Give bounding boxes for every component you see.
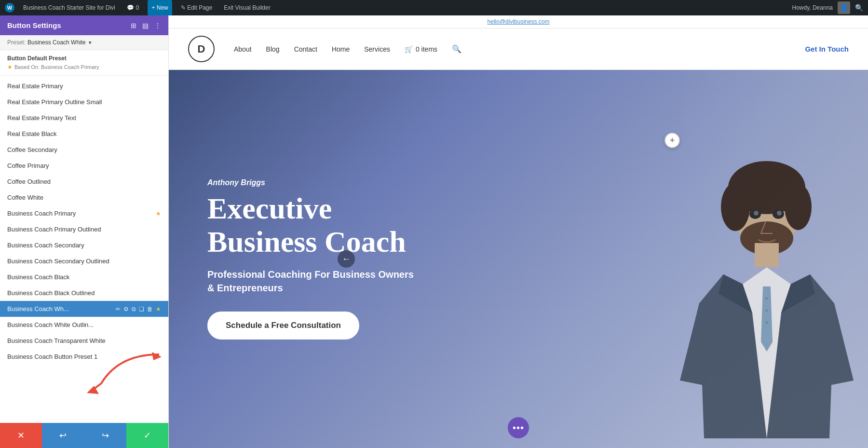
nav-home[interactable]: Home: [332, 45, 350, 53]
preset-item-bc-white[interactable]: Business Coach Wh... ✏ ⚙ ⧉ ❑ 🗑 ★: [0, 301, 168, 317]
comment-bubble-icon: 💬: [127, 4, 134, 11]
preset-item-bc-primary[interactable]: Business Coach Primary ★: [0, 205, 168, 221]
hero-cta-button[interactable]: Schedule a Free Consultation: [207, 312, 359, 339]
preset-list: Real Estate Primary Real Estate Primary …: [0, 76, 168, 423]
cart-area[interactable]: 🛒 0 items: [405, 45, 437, 53]
svg-point-9: [765, 321, 768, 324]
plus-icon: +: [670, 136, 675, 146]
get-in-touch-link[interactable]: Get In Touch: [805, 45, 849, 53]
preset-item-real-estate-black[interactable]: Real Estate Black: [0, 126, 168, 142]
preset-item-real-estate-primary-text[interactable]: Real Estate Primary Text: [0, 110, 168, 126]
dots-icon: •••: [513, 422, 524, 434]
site-logo[interactable]: D: [188, 36, 215, 62]
based-on-label: Based On: Business Coach Primary: [14, 64, 99, 70]
left-panel: Button Settings ⊞ ▤ ⋮ Preset: Business C…: [0, 15, 169, 448]
preset-item-bc-button-preset-1[interactable]: Business Coach Button Preset 1: [0, 349, 168, 365]
add-section-button[interactable]: +: [665, 133, 680, 148]
preset-item-bc-black-outlined[interactable]: Business Coach Black Outlined: [0, 285, 168, 301]
admin-bar-new-button[interactable]: + New: [148, 0, 172, 15]
redo-icon: ↪: [102, 430, 109, 441]
cart-icon: 🛒: [405, 45, 413, 53]
main-layout: Button Settings ⊞ ▤ ⋮ Preset: Business C…: [0, 15, 868, 448]
undo-button[interactable]: ↩: [42, 423, 84, 448]
preset-edit-icon[interactable]: ✏: [116, 306, 121, 312]
preset-item-bc-black[interactable]: Business Coach Black: [0, 269, 168, 285]
site-email-link[interactable]: hello@divibusiness.com: [488, 18, 550, 25]
panel-bottom-bar: ✕ ↩ ↪ ✓: [0, 423, 168, 448]
admin-bar-edit-page[interactable]: ✎ Edit Page: [178, 0, 215, 15]
preset-item-coffee-outlined[interactable]: Coffee Outlined: [0, 174, 168, 190]
prev-arrow-button[interactable]: ←: [338, 250, 355, 268]
confirm-icon: ✓: [144, 430, 151, 441]
default-preset-title: Button Default Preset: [7, 55, 161, 62]
site-nav: About Blog Contact Home Services 🛒 0 ite…: [234, 44, 786, 54]
panel-header: Button Settings ⊞ ▤ ⋮: [0, 15, 168, 35]
nav-about[interactable]: About: [234, 45, 252, 53]
default-preset-section: Button Default Preset ★ Based On: Busine…: [0, 50, 168, 76]
hero-author-name: Anthony Briggs: [207, 178, 420, 187]
admin-bar-exit-builder[interactable]: Exit Visual Builder: [221, 0, 273, 15]
cancel-button[interactable]: ✕: [0, 423, 42, 448]
preset-copy-icon[interactable]: ⧉: [132, 306, 136, 312]
preset-settings-icon[interactable]: ⚙: [123, 306, 129, 312]
preset-bar-label: Preset:: [7, 39, 26, 46]
svg-point-13: [777, 211, 782, 216]
site-nav-right: Get In Touch: [805, 45, 849, 53]
preset-item-coffee-secondary[interactable]: Coffee Secondary: [0, 142, 168, 158]
floating-menu-button[interactable]: •••: [508, 417, 529, 438]
website-preview: hello@divibusiness.com D About Blog Cont…: [169, 15, 868, 448]
preset-item-real-estate-outline-small[interactable]: Real Estate Primary Outline Small: [0, 94, 168, 110]
search-icon[interactable]: 🔍: [452, 44, 461, 54]
preset-bar-value: Business Coach White: [27, 39, 86, 46]
preset-chevron-icon: ▼: [88, 40, 93, 45]
wp-logo-icon[interactable]: W: [5, 3, 14, 13]
svg-rect-6: [755, 243, 779, 267]
hero-title: Executive Business Coach: [207, 192, 420, 258]
svg-point-7: [765, 297, 768, 300]
panel-icon-views[interactable]: ⊞: [131, 22, 136, 29]
svg-point-3: [721, 183, 750, 231]
preset-item-bc-white-outlined[interactable]: Business Coach White Outlin...: [0, 317, 168, 333]
arrow-left-icon: ←: [342, 254, 351, 264]
redo-button[interactable]: ↪: [84, 423, 126, 448]
hero-section: + ← Anthony Briggs Executive Business Co…: [169, 70, 868, 448]
nav-services[interactable]: Services: [364, 45, 390, 53]
site-name-label: Business Coach Starter Site for Divi: [23, 4, 115, 11]
hero-image: [484, 70, 868, 448]
panel-title: Button Settings: [7, 21, 61, 29]
preset-item-bc-primary-outlined[interactable]: Business Coach Primary Outlined: [0, 221, 168, 237]
hero-content: Anthony Briggs Executive Business Coach …: [169, 149, 458, 368]
svg-point-4: [785, 184, 812, 230]
preset-delete-icon[interactable]: 🗑: [147, 306, 153, 312]
preset-star-icon[interactable]: ★: [156, 306, 161, 312]
comment-count: 0: [136, 4, 139, 11]
admin-search-icon[interactable]: 🔍: [855, 4, 863, 12]
star-icon: ★: [7, 64, 13, 70]
cancel-icon: ✕: [17, 430, 25, 441]
svg-point-8: [765, 309, 768, 312]
preset-duplicate-icon[interactable]: ❑: [139, 306, 144, 312]
confirm-button[interactable]: ✓: [126, 423, 168, 448]
preset-bar[interactable]: Preset: Business Coach White ▼: [0, 35, 168, 50]
admin-bar-site-name[interactable]: Business Coach Starter Site for Divi: [20, 0, 118, 15]
hero-subtitle: Professional Coaching For Business Owner…: [207, 268, 420, 295]
preset-item-bc-secondary-outlined[interactable]: Business Coach Secondary Outlined: [0, 253, 168, 269]
preset-item-bc-transparent-white[interactable]: Business Coach Transparent White: [0, 333, 168, 349]
preset-item-coffee-white[interactable]: Coffee White: [0, 190, 168, 205]
admin-bar-right: Howdy, Deanna 👤 🔍: [792, 1, 864, 14]
admin-avatar[interactable]: 👤: [838, 1, 850, 14]
preset-item-coffee-primary[interactable]: Coffee Primary: [0, 158, 168, 174]
panel-header-icons: ⊞ ▤ ⋮: [131, 22, 161, 29]
admin-bar-comments[interactable]: 💬 0: [124, 0, 142, 15]
admin-bar-greeting: Howdy, Deanna: [792, 4, 833, 11]
svg-point-12: [754, 211, 759, 216]
panel-icon-more[interactable]: ⋮: [154, 22, 161, 29]
preset-item-action-icons: ✏ ⚙ ⧉ ❑ 🗑 ★: [116, 306, 161, 312]
nav-contact[interactable]: Contact: [294, 45, 317, 53]
site-topbar: hello@divibusiness.com: [169, 15, 868, 28]
nav-blog[interactable]: Blog: [266, 45, 280, 53]
preset-item-real-estate-primary[interactable]: Real Estate Primary: [0, 78, 168, 94]
preset-item-bc-secondary[interactable]: Business Coach Secondary: [0, 237, 168, 253]
panel-icon-layout[interactable]: ▤: [142, 22, 149, 29]
site-navbar: D About Blog Contact Home Services 🛒 0 i…: [169, 28, 868, 70]
